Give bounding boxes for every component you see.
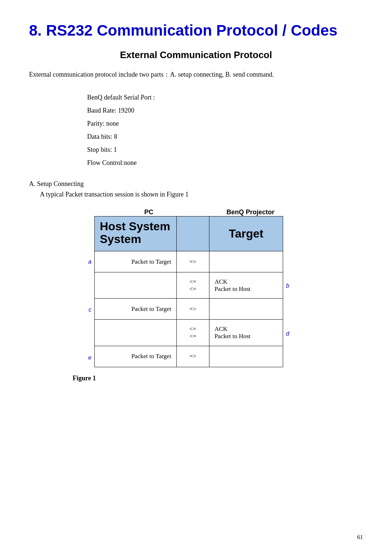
- chapter-title: 8. RS232 Communication Protocol / Codes: [29, 22, 363, 39]
- section-title: External Communication Protocol: [29, 49, 363, 61]
- table-row-a: Packet to Target =>: [95, 251, 283, 272]
- row-c-arrow: =>: [189, 305, 196, 312]
- host-system-label: Host SystemSystem: [100, 220, 170, 246]
- row-d-arrows: <=<=: [189, 325, 196, 340]
- left-labels: a c e: [73, 216, 94, 367]
- diagram-header-benq: BenQ Projector: [214, 208, 287, 216]
- serial-line5: Stop bits: 1: [87, 143, 363, 156]
- target-label: Target: [229, 227, 263, 240]
- serial-line1: BenQ default Serial Port :: [87, 91, 363, 104]
- diagram-header-row: Host SystemSystem Target: [95, 216, 283, 251]
- label-e: e: [88, 355, 91, 361]
- table-row-d: <=<= ACKPacket to Host: [95, 320, 283, 346]
- label-a: a: [88, 259, 91, 265]
- row-c-host: Packet to Target: [131, 305, 171, 312]
- diagram-header-pc: PC: [113, 208, 185, 216]
- table-row-c: Packet to Target =>: [95, 299, 283, 320]
- row-d-target: ACKPacket to Host: [215, 325, 250, 340]
- row-e-arrow: =>: [189, 353, 196, 360]
- page-number: 61: [357, 534, 363, 540]
- diagram-container: PC BenQ Projector a c e: [29, 208, 363, 367]
- figure-label: Figure 1: [73, 374, 363, 382]
- serial-line3: Parity: none: [87, 117, 363, 130]
- section-a-desc: A typical Packet transaction session is …: [40, 191, 363, 198]
- label-d: d: [286, 331, 289, 337]
- row-a-arrow: =>: [189, 258, 196, 265]
- protocol-diagram: Host SystemSystem Target Packet to Targe…: [94, 216, 283, 367]
- intro-text: External communication protocol include …: [29, 69, 363, 80]
- serial-line4: Data bits: 8: [87, 130, 363, 143]
- serial-line2: Baud Rate: 19200: [87, 104, 363, 117]
- label-c: c: [89, 307, 91, 313]
- section-a-label: A. Setup Connecting: [29, 180, 363, 188]
- label-b: b: [286, 283, 289, 289]
- right-labels: b d: [283, 216, 305, 367]
- table-row-b: <=<= ACKPacket to Host: [95, 272, 283, 299]
- serial-line6: Flow Control:none: [87, 156, 363, 169]
- table-row-e: Packet to Target =>: [95, 346, 283, 367]
- row-b-target: ACKPacket to Host: [215, 278, 250, 292]
- row-a-host: Packet to Target: [131, 258, 171, 265]
- row-e-host: Packet to Target: [131, 353, 171, 360]
- row-b-arrows: <=<=: [189, 278, 196, 292]
- serial-info: BenQ default Serial Port : Baud Rate: 19…: [87, 91, 363, 169]
